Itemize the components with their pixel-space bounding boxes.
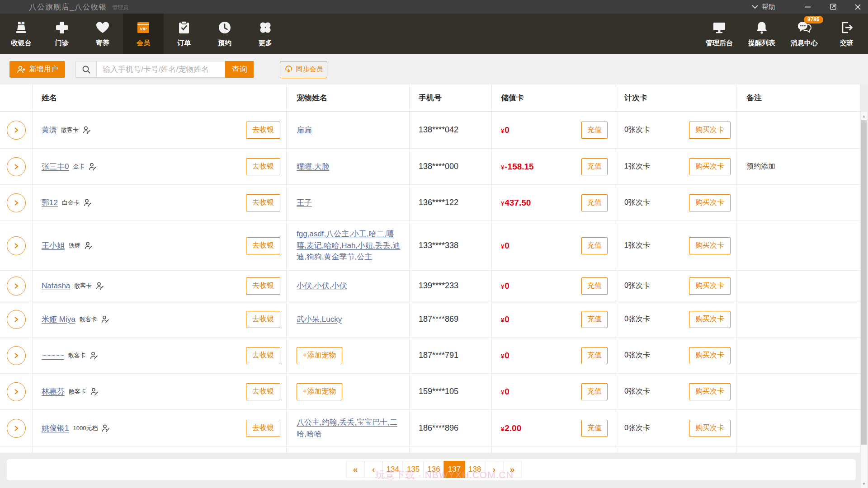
member-name-link[interactable]: Natasha: [42, 282, 70, 291]
go-cashier-button[interactable]: 去收银: [246, 194, 280, 211]
next-page-button[interactable]: ›: [485, 461, 503, 478]
recharge-button[interactable]: 充值: [581, 420, 608, 437]
page-button-134[interactable]: 134: [382, 461, 403, 478]
expand-row-button[interactable]: [7, 236, 26, 255]
member-name-link[interactable]: 米娅 Miya: [42, 314, 75, 324]
recharge-button[interactable]: 充值: [581, 347, 608, 364]
nav-tab-1[interactable]: ¥收银台: [1, 14, 42, 54]
query-button[interactable]: 查询: [225, 61, 254, 78]
member-name-link[interactable]: 林惠芬: [42, 386, 65, 397]
page-button-137[interactable]: 137: [444, 461, 465, 478]
recharge-button[interactable]: 充值: [581, 237, 608, 254]
expand-row-button[interactable]: [7, 121, 26, 140]
first-page-button[interactable]: «: [346, 461, 365, 478]
member-name-link[interactable]: 姚俊银1: [42, 423, 69, 433]
add-user-button[interactable]: 新增用户: [9, 61, 65, 78]
page-button-135[interactable]: 135: [403, 461, 424, 478]
edit-member-icon[interactable]: [89, 163, 97, 171]
recharge-button[interactable]: 充值: [581, 158, 608, 175]
expand-row-button[interactable]: [7, 193, 26, 212]
buy-times-card-button[interactable]: 购买次卡: [689, 194, 731, 211]
edit-member-icon[interactable]: [83, 126, 91, 134]
edit-member-icon[interactable]: [90, 352, 99, 360]
member-name-link[interactable]: ~~~~~: [42, 351, 64, 360]
pet-names-link[interactable]: 瞳瞳,大脸: [297, 161, 330, 173]
nav-action-2[interactable]: 提醒列表: [741, 14, 783, 54]
buy-times-card-button[interactable]: 购买次卡: [689, 383, 731, 400]
page-button-138[interactable]: 138: [464, 461, 485, 478]
expand-row-button[interactable]: [7, 277, 26, 296]
member-name-link[interactable]: 王小姐: [42, 240, 65, 251]
maximize-button[interactable]: [821, 0, 845, 14]
vip-card-icon: VIP: [136, 20, 151, 35]
scrollbar-thumb[interactable]: [861, 120, 867, 445]
nav-tab-7[interactable]: 更多: [245, 14, 286, 54]
recharge-button[interactable]: 充值: [581, 383, 608, 400]
recharge-button[interactable]: 充值: [581, 311, 608, 328]
scroll-up-icon[interactable]: ▲: [861, 114, 867, 118]
nav-tab-4[interactable]: VIP会员: [123, 14, 164, 54]
go-cashier-button[interactable]: 去收银: [246, 347, 280, 364]
pet-names-link[interactable]: fgg,asdf,八公主,小工,哈二,嘻嘻,麦记,哈哈,Hah,小妞,丢丢,迪迪…: [297, 228, 403, 263]
buy-times-card-button[interactable]: 购买次卡: [689, 420, 731, 437]
nav-tab-2[interactable]: 门诊: [42, 14, 82, 54]
close-button[interactable]: [847, 0, 868, 14]
nav-action-3[interactable]: 9786消息中心: [783, 14, 826, 54]
scroll-down-icon[interactable]: ▼: [861, 482, 867, 486]
phone-number: 159****105: [419, 387, 458, 396]
expand-row-button[interactable]: [7, 310, 26, 329]
sync-members-button[interactable]: 同步会员: [280, 61, 327, 78]
edit-member-icon[interactable]: [102, 424, 110, 432]
nav-action-1[interactable]: 管理后台: [698, 14, 741, 54]
edit-member-icon[interactable]: [90, 388, 99, 396]
nav-action-4[interactable]: 交班: [826, 14, 868, 54]
search-input[interactable]: [96, 61, 225, 78]
go-cashier-button[interactable]: 去收银: [246, 420, 280, 437]
page-button-136[interactable]: 136: [423, 461, 444, 478]
recharge-button[interactable]: 充值: [581, 277, 608, 295]
window-title: 八公旗舰店_八公收银: [29, 2, 107, 12]
buy-times-card-button[interactable]: 购买次卡: [689, 277, 731, 295]
member-name-link[interactable]: 张三丰0: [42, 161, 69, 172]
go-cashier-button[interactable]: 去收银: [246, 122, 280, 139]
recharge-button[interactable]: 充值: [581, 194, 608, 211]
nav-tab-3[interactable]: 寄养: [82, 14, 123, 54]
buy-times-card-button[interactable]: 购买次卡: [689, 347, 731, 364]
buy-times-card-button[interactable]: 购买次卡: [689, 311, 731, 328]
expand-row-button[interactable]: [7, 382, 26, 401]
help-menu[interactable]: 帮助: [752, 0, 775, 14]
edit-member-icon[interactable]: [84, 199, 92, 207]
add-pet-button[interactable]: +添加宠物: [297, 383, 342, 400]
go-cashier-button[interactable]: 去收银: [246, 237, 280, 254]
expand-row-button[interactable]: [7, 419, 26, 438]
pet-names-link[interactable]: 扁扁: [297, 124, 312, 136]
add-pet-button[interactable]: +添加宠物: [297, 347, 342, 364]
scrollbar[interactable]: ▲ ▼: [861, 112, 867, 488]
pet-names-link[interactable]: 八公主,约翰,丢丢,宝宝巴士,二哈,哈哈: [297, 417, 403, 440]
prev-page-button[interactable]: ‹: [364, 461, 383, 478]
buy-times-card-button[interactable]: 购买次卡: [689, 237, 731, 254]
edit-member-icon[interactable]: [85, 242, 93, 250]
nav-tab-5[interactable]: 订单: [164, 14, 204, 54]
buy-times-card-button[interactable]: 购买次卡: [689, 122, 731, 139]
pet-names-link[interactable]: 王子: [297, 197, 312, 209]
member-name-link[interactable]: 黄潇: [42, 125, 57, 135]
column-header: 储值卡: [492, 84, 616, 111]
go-cashier-button[interactable]: 去收银: [246, 383, 280, 400]
buy-times-card-button[interactable]: 购买次卡: [689, 158, 731, 175]
go-cashier-button[interactable]: 去收银: [246, 311, 280, 328]
member-name-link[interactable]: 郭12: [42, 197, 58, 208]
recharge-button[interactable]: 充值: [581, 122, 608, 139]
pet-names-link[interactable]: 小伏,小伏,小伏: [297, 280, 347, 292]
go-cashier-button[interactable]: 去收银: [246, 277, 280, 295]
go-cashier-button[interactable]: 去收银: [246, 158, 280, 175]
expand-row-button[interactable]: [7, 157, 26, 176]
nav-tab-label: 更多: [259, 39, 272, 47]
minimize-button[interactable]: [796, 0, 819, 14]
edit-member-icon[interactable]: [96, 282, 104, 290]
pet-names-link[interactable]: 武小呆,Lucky: [297, 314, 342, 325]
last-page-button[interactable]: »: [503, 461, 521, 478]
edit-member-icon[interactable]: [101, 315, 110, 324]
nav-tab-6[interactable]: 预约: [204, 14, 245, 54]
expand-row-button[interactable]: [7, 346, 26, 365]
